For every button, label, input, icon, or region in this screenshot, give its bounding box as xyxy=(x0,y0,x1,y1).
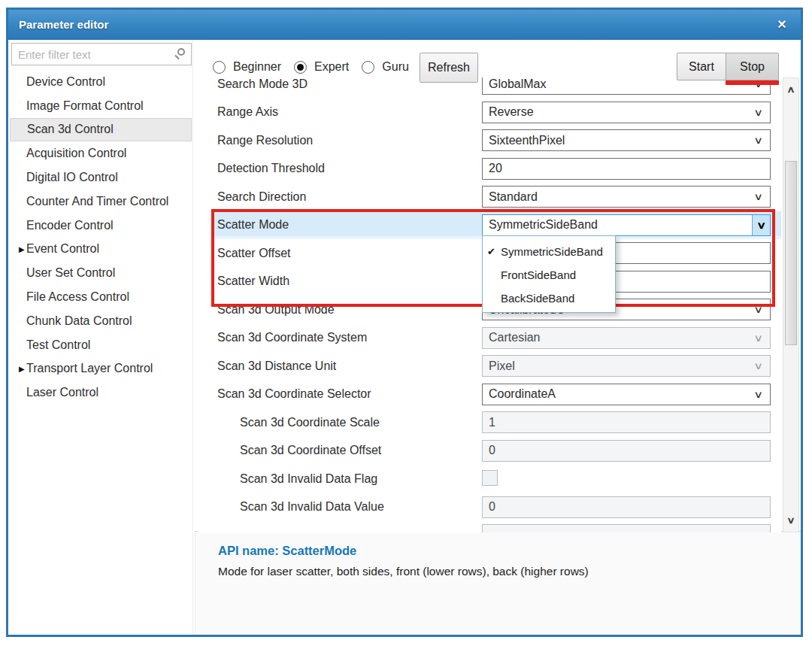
radio-label: Beginner xyxy=(233,60,281,74)
sidebar-item-label: Scan 3d Control xyxy=(27,123,114,136)
scroll-up-icon[interactable]: ∧ xyxy=(781,80,801,99)
parameter-label: Scan 3d Coordinate Selector xyxy=(217,387,371,401)
expand-arrow-icon[interactable]: ▶ xyxy=(10,245,26,253)
sidebar-item[interactable]: Chunk Data Control xyxy=(10,309,192,333)
dropdown-field[interactable]: CoordinateA∨ xyxy=(482,384,771,405)
parameter-label: Range Resolution xyxy=(217,134,313,147)
sidebar-item[interactable]: ▶Event Control xyxy=(10,238,192,262)
sidebar-item[interactable]: Test Control xyxy=(10,333,192,357)
sidebar-item-label: Digital IO Control xyxy=(26,171,118,184)
sidebar-item[interactable]: File Access Control xyxy=(10,285,192,309)
sidebar-item[interactable]: Scan 3d Control xyxy=(10,118,192,142)
parameter-label: Range Axis xyxy=(217,105,278,119)
scrollbar-thumb[interactable] xyxy=(785,161,797,345)
title-bar: Parameter editor ✕ xyxy=(8,10,801,40)
radio-label: Expert xyxy=(314,60,349,74)
sidebar-item[interactable]: Digital IO Control xyxy=(10,165,192,190)
radio-button[interactable] xyxy=(362,61,374,74)
close-icon[interactable]: ✕ xyxy=(774,17,790,33)
sidebar-item[interactable]: ▶Transport Layer Control xyxy=(10,357,192,381)
input-field[interactable]: 20 xyxy=(482,158,771,180)
scatter-mode-dropdown-popup: ✔SymmetricSideBandFrontSideBandBackSideB… xyxy=(482,235,616,313)
parameter-label: Scan 3d Coordinate Offset xyxy=(240,444,381,457)
dropdown-field[interactable]: SixteenthPixel∨ xyxy=(482,129,771,151)
sidebar-item-label: User Set Control xyxy=(26,266,115,280)
sidebar-item[interactable]: Counter And Timer Control xyxy=(10,190,192,214)
radio-button[interactable] xyxy=(294,61,307,74)
sidebar-item[interactable]: Device Control xyxy=(10,70,192,94)
description-panel: API name: ScatterMode Mode for laser sca… xyxy=(195,531,801,635)
dropdown-field[interactable]: SymmetricSideBand∨ xyxy=(482,214,771,236)
checkbox xyxy=(482,470,498,486)
dropdown-field: Pixel∨ xyxy=(482,355,771,377)
radio-button[interactable] xyxy=(213,61,226,74)
search-icon xyxy=(177,48,185,56)
chevron-down-icon: ∨ xyxy=(754,191,764,202)
parameter-row: Scan 3d Invalid Data Value0 xyxy=(198,493,781,522)
chevron-down-icon: ∨ xyxy=(754,107,764,118)
sidebar-item-label: Acquisition Control xyxy=(26,147,126,160)
refresh-button[interactable]: Refresh xyxy=(420,53,478,83)
input-field: 0 xyxy=(482,496,771,518)
parameter-row: Range ResolutionSixteenthPixel∨ xyxy=(198,126,781,155)
parameter-row: Scan 3d Coordinate Offset0 xyxy=(198,437,781,466)
parameter-label: Scan 3d Invalid Data Value xyxy=(240,500,384,514)
field-value: SixteenthPixel xyxy=(489,134,755,147)
parameter-label: Scan 3d Coordinate Scale xyxy=(240,416,380,429)
sidebar-item-label: Chunk Data Control xyxy=(26,314,132,328)
parameter-row: Search DirectionStandard∨ xyxy=(198,183,781,211)
visibility-radio-group: BeginnerExpertGuru xyxy=(213,53,415,80)
scrollbar[interactable]: ∧ ∨ xyxy=(783,77,799,532)
dropdown-option[interactable]: FrontSideBand xyxy=(483,263,615,287)
field-value: 0 xyxy=(489,500,764,514)
dropdown-option[interactable]: ✔SymmetricSideBand xyxy=(483,240,615,263)
parameter-description: Mode for laser scatter, both sides, fron… xyxy=(218,565,786,578)
dropdown-option-label: FrontSideBand xyxy=(501,268,576,281)
sidebar-item[interactable]: User Set Control xyxy=(10,261,192,285)
sidebar-item-label: Transport Layer Control xyxy=(26,362,153,375)
check-icon: ✔ xyxy=(483,246,501,257)
scroll-down-icon[interactable]: ∨ xyxy=(781,511,801,530)
expand-arrow-icon[interactable]: ▶ xyxy=(10,365,26,373)
input-field xyxy=(482,524,771,532)
category-tree: Device ControlImage Format ControlScan 3… xyxy=(10,70,192,405)
parameter-row xyxy=(198,521,781,532)
dropdown-option[interactable]: BackSideBand xyxy=(483,287,615,310)
field-value: 0 xyxy=(489,444,764,457)
chevron-down-icon: ∨ xyxy=(754,332,764,344)
filter-input[interactable] xyxy=(11,43,192,65)
dropdown-option-label: SymmetricSideBand xyxy=(501,245,603,258)
stop-button[interactable]: Stop xyxy=(726,53,779,80)
parameter-row: Range AxisReverse∨ xyxy=(198,99,781,127)
sidebar-item[interactable]: Laser Control xyxy=(10,381,192,405)
parameter-row: Search Mode 3DGlobalMax∨ xyxy=(198,77,781,99)
field-value: Standard xyxy=(489,190,755,204)
parameter-label: Detection Threshold xyxy=(217,162,325,175)
dropdown-field[interactable]: Standard∨ xyxy=(482,186,771,208)
sidebar-item-label: Event Control xyxy=(26,242,99,256)
parameter-label: Scan 3d Coordinate System xyxy=(217,331,367,344)
chevron-down-icon: ∨ xyxy=(754,304,764,315)
field-value: Reverse xyxy=(489,105,755,119)
dropdown-field[interactable]: Reverse∨ xyxy=(482,102,771,123)
sidebar-item-label: Device Control xyxy=(26,75,105,89)
dropdown-option-label: BackSideBand xyxy=(501,292,574,305)
parameter-row: Detection Threshold20 xyxy=(198,155,781,183)
parameter-label: Search Direction xyxy=(217,190,306,204)
sidebar-item-label: Test Control xyxy=(26,338,90,352)
sidebar-item[interactable]: Encoder Control xyxy=(10,214,192,238)
sidebar-item[interactable]: Image Format Control xyxy=(10,94,192,118)
dropdown-arrow-button[interactable]: ∨ xyxy=(752,215,770,235)
field-value: CoordinateA xyxy=(489,387,755,401)
stop-active-indicator xyxy=(726,80,779,85)
parameter-row: Scan 3d Distance UnitPixel∨ xyxy=(198,352,781,381)
field-value: 1 xyxy=(489,416,764,429)
chevron-down-icon: ∨ xyxy=(754,135,764,146)
start-button[interactable]: Start xyxy=(677,53,726,80)
parameter-row: Scan 3d Invalid Data Flag xyxy=(198,465,781,493)
field-value: Pixel xyxy=(489,359,755,373)
api-name-label: API name: ScatterMode xyxy=(218,544,786,558)
field-value: SymmetricSideBand xyxy=(489,218,752,232)
chevron-down-icon: ∨ xyxy=(756,220,766,231)
sidebar-item[interactable]: Acquisition Control xyxy=(10,141,192,165)
